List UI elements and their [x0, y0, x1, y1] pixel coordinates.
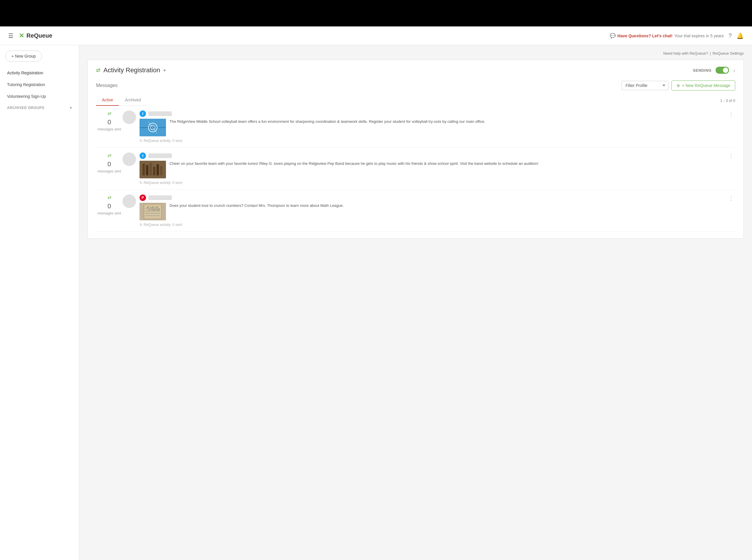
group-title: Activity Registration	[103, 66, 160, 74]
more-options-button-1[interactable]: ⋮	[727, 109, 735, 118]
svg-rect-7	[146, 165, 148, 175]
group-help-icon[interactable]: ●	[163, 67, 166, 73]
msg-text-3: Does your student love to crunch numbers…	[169, 203, 727, 208]
social-bar-2: t	[140, 153, 727, 159]
msg-image-volleyball	[140, 119, 166, 136]
msg-row-content-2: Cheer on your favorite team with your fa…	[140, 161, 727, 178]
sidebar-item-label: Tutoring Registration	[7, 82, 45, 87]
stat-count-2: 0	[107, 160, 111, 168]
header: ☰ ✕ ReQueue 💬 Have Questions? Let's chat…	[0, 26, 752, 45]
svg-rect-9	[153, 166, 156, 175]
shuffle-icon-1: ⇄	[107, 111, 111, 116]
sidebar-item-activity-registration[interactable]: Activity Registration	[0, 67, 79, 79]
sending-label: SENDING	[693, 68, 712, 73]
sidebar-item-volunteering-signup[interactable]: Volunteering Sign-Up	[0, 91, 79, 102]
requeue-icon-2: ↻	[140, 181, 142, 185]
twitter-badge-2: t	[140, 153, 146, 159]
msg-center-2: t	[122, 153, 727, 185]
band-img-svg	[140, 161, 166, 178]
logo-icon: ✕	[19, 32, 24, 40]
message-list: ⇄ 0 messages sent t	[96, 106, 735, 232]
message-row-3: ⇄ 0 messages sent P	[96, 190, 735, 232]
social-bar-3: P	[140, 195, 727, 201]
hamburger-menu-icon[interactable]: ☰	[8, 32, 14, 39]
sidebar: + New Group Activity Registration Tutori…	[0, 45, 79, 560]
more-options-button-2[interactable]: ⋮	[727, 152, 735, 160]
header-right: 💬 Have Questions? Let's chat! Your trial…	[610, 32, 744, 39]
new-message-label: + New ReQueue Message	[682, 83, 730, 88]
requeue-activity-text-3: ReQueue activity: 0 sent	[144, 223, 182, 227]
tabs-row: Active Archived 1 - 3 of 0	[96, 95, 735, 106]
chat-cta[interactable]: Have Questions? Let's chat!	[617, 34, 673, 38]
message-body-3: P	[140, 195, 727, 227]
social-bar-1: t	[140, 111, 727, 117]
msg-image-math: x² + y² = z² ∑ = n(n+1)/2	[140, 203, 166, 220]
help-requeue-link[interactable]: Need help with ReQueue?	[663, 51, 708, 56]
requeue-activity-2: ↻ ReQueue activity: 0 sent	[140, 181, 727, 185]
main-content: Need help with ReQueue? | ReQueue Settin…	[79, 45, 752, 560]
layout: + New Group Activity Registration Tutori…	[0, 45, 752, 560]
svg-rect-10	[157, 164, 159, 175]
new-requeue-message-button[interactable]: ⊕ + New ReQueue Message	[671, 80, 735, 91]
group-card: ⇄ Activity Registration ● SENDING › Mess…	[87, 60, 744, 239]
help-icon[interactable]: ?	[729, 32, 732, 39]
requeue-activity-1: ↻ ReQueue activity: 0 sent	[140, 139, 727, 143]
sidebar-item-label: Activity Registration	[7, 71, 43, 75]
msg-text-1: The RidgeView Middle School volleyball t…	[169, 119, 727, 124]
tab-active[interactable]: Active	[96, 95, 119, 106]
message-row-2: ⇄ 0 messages sent t	[96, 148, 735, 190]
archived-groups-header[interactable]: ARCHIVED GROUPS ▾	[0, 102, 79, 114]
requeue-icon-1: ↻	[140, 139, 142, 143]
sending-toggle[interactable]	[716, 67, 729, 74]
msg-right-1: ⋮	[727, 111, 735, 118]
twitter-badge-1: t	[140, 111, 146, 117]
stat-label-2: messages sent	[98, 169, 121, 173]
logo: ✕ ReQueue	[19, 32, 52, 40]
msg-text-2: Cheer on your favorite team with your fa…	[169, 161, 727, 166]
social-name-bar-3	[148, 195, 172, 200]
svg-text:∑ = n(n+1)/2: ∑ = n(n+1)/2	[148, 208, 160, 211]
archived-groups-label: ARCHIVED GROUPS	[7, 106, 44, 110]
stat-label-1: messages sent	[98, 127, 121, 131]
avatar-3	[122, 195, 136, 208]
math-img-svg: x² + y² = z² ∑ = n(n+1)/2	[140, 203, 166, 220]
msg-right-3: ⋮	[727, 195, 735, 202]
shuffle-icon-3: ⇄	[107, 195, 111, 200]
top-links: Need help with ReQueue? | ReQueue Settin…	[87, 51, 744, 56]
msg-row-content-3: x² + y² = z² ∑ = n(n+1)/2 Does your stud…	[140, 203, 727, 220]
chat-link[interactable]: 💬 Have Questions? Let's chat! Your trial…	[610, 33, 724, 39]
chevron-right-icon[interactable]: ›	[733, 67, 735, 74]
new-group-label: + New Group	[12, 54, 36, 58]
chevron-down-icon: ▾	[70, 106, 72, 110]
msg-row-content-1: The RidgeView Middle School volleyball t…	[140, 119, 727, 136]
requeue-icon-3: ↻	[140, 223, 142, 227]
messages-title: Messages	[96, 83, 118, 88]
chat-icon: 💬	[610, 33, 616, 39]
requeue-activity-3: ↻ ReQueue activity: 0 sent	[140, 223, 727, 227]
header-left: ☰ ✕ ReQueue	[8, 32, 52, 40]
msg-center-3: P	[122, 195, 727, 227]
tabs: Active Archived	[96, 95, 147, 106]
more-options-button-3[interactable]: ⋮	[727, 194, 735, 202]
sidebar-item-label: Volunteering Sign-Up	[7, 94, 46, 99]
pagination: 1 - 3 of 0	[720, 96, 735, 106]
separator: |	[710, 51, 711, 56]
trial-text: Your trial expires in 5 years	[674, 34, 724, 38]
shuffle-icon: ⇄	[96, 67, 100, 74]
new-group-button[interactable]: + New Group	[5, 51, 42, 62]
social-name-bar-2	[148, 153, 172, 158]
msg-left-2: ⇄ 0 messages sent	[96, 153, 122, 173]
tab-archived[interactable]: Archived	[119, 95, 147, 106]
msg-left-1: ⇄ 0 messages sent	[96, 111, 122, 131]
bell-icon[interactable]: 🔔	[736, 32, 744, 39]
svg-rect-11	[160, 166, 162, 175]
pinterest-badge-3: P	[140, 195, 146, 201]
requeue-activity-text-1: ReQueue activity: 0 sent	[144, 139, 182, 143]
messages-actions: Filter Profile ⊕ + New ReQueue Message	[622, 80, 735, 91]
requeue-settings-link[interactable]: ReQueue Settings	[713, 51, 744, 56]
messages-section: Messages Filter Profile ⊕ + New ReQueue …	[96, 80, 735, 232]
message-body-2: t	[140, 153, 727, 185]
requeue-activity-text-2: ReQueue activity: 0 sent	[144, 181, 182, 185]
filter-profile-select[interactable]: Filter Profile	[622, 81, 669, 90]
sidebar-item-tutoring-registration[interactable]: Tutoring Registration	[0, 79, 79, 91]
